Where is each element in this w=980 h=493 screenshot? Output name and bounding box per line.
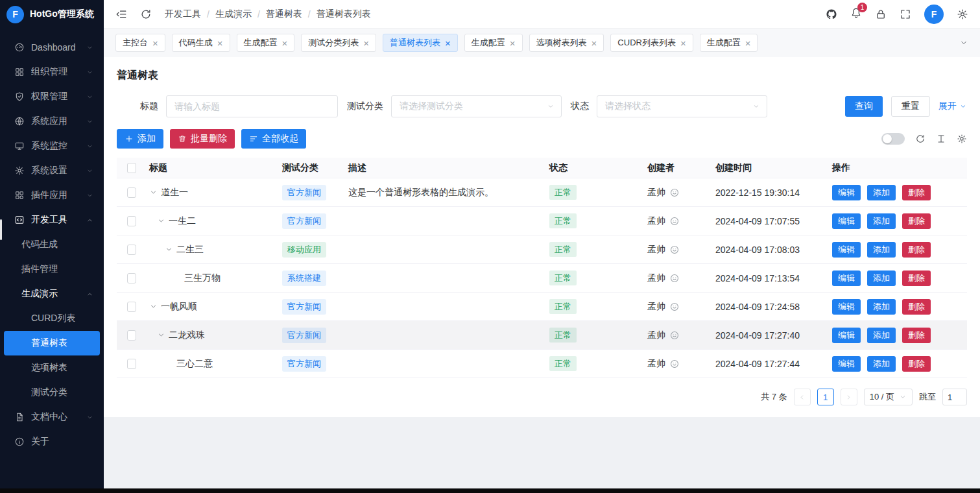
striped-toggle[interactable] [881,133,905,145]
row-checkbox[interactable] [127,245,136,255]
add-row-button[interactable]: 添加 [867,213,896,229]
creator-info-icon[interactable] [669,302,680,312]
table-reload-icon[interactable] [915,134,926,144]
page-refresh-icon[interactable] [140,8,152,20]
sidebar-collapse-icon[interactable] [115,8,127,20]
delete-button[interactable]: 删除 [902,356,931,372]
tab[interactable]: 主控台× [115,34,165,52]
breadcrumb-item[interactable]: 普通树表 [266,8,302,20]
tabbar-menu-chevron-icon[interactable] [959,38,968,47]
notification-bell[interactable]: 1 [850,7,862,21]
edit-button[interactable]: 编辑 [832,242,861,258]
sidebar-item[interactable]: 系统设置 [4,158,100,183]
creator-info-icon[interactable] [669,187,680,198]
tab[interactable]: 选项树表列表× [529,34,604,52]
sidebar-item[interactable]: 普通树表 [4,331,100,355]
add-row-button[interactable]: 添加 [867,242,896,258]
creator-info-icon[interactable] [669,359,680,369]
delete-button[interactable]: 删除 [902,299,931,315]
add-row-button[interactable]: 添加 [867,271,896,286]
edit-button[interactable]: 编辑 [832,299,861,315]
settings-gear-icon[interactable] [957,8,968,20]
expand-chevron-icon[interactable] [149,302,158,311]
status-select[interactable]: 请选择状态 [597,95,767,117]
breadcrumb-item[interactable]: 普通树表列表 [317,8,371,20]
pagination-prev-button[interactable] [794,389,811,405]
reset-button[interactable]: 重置 [891,96,930,117]
edit-button[interactable]: 编辑 [832,271,861,286]
sidebar-item[interactable]: 代码生成 [4,232,100,257]
sidebar-item[interactable]: 组织管理 [4,60,100,84]
tab[interactable]: 测试分类列表× [301,34,376,52]
tab[interactable]: CUDR列表列表× [610,34,693,52]
sidebar-item[interactable]: 生成演示 [4,282,100,306]
breadcrumb-item[interactable]: 生成演示 [215,8,252,20]
sidebar-item[interactable]: 开发工具 [4,208,100,232]
row-checkbox[interactable] [127,216,136,226]
sidebar-item[interactable]: 系统监控 [4,134,100,158]
creator-info-icon[interactable] [669,245,680,255]
creator-info-icon[interactable] [669,273,680,283]
select-all-checkbox[interactable] [127,163,136,173]
sidebar-item[interactable]: 插件管理 [4,257,100,282]
creator-info-icon[interactable] [669,216,680,226]
row-checkbox[interactable] [127,302,136,312]
edit-button[interactable]: 编辑 [832,213,861,229]
row-checkbox[interactable] [127,273,136,283]
pagination-page-button[interactable]: 1 [817,389,834,405]
lock-screen-icon[interactable] [875,8,887,20]
tab-close-icon[interactable]: × [592,38,597,48]
sidebar-scrollbar[interactable] [0,219,2,240]
app-logo[interactable]: F HotGo管理系统 [0,0,104,29]
breadcrumb-item[interactable]: 开发工具 [165,8,201,20]
edit-button[interactable]: 编辑 [832,185,861,200]
expand-chevron-icon[interactable] [157,217,165,225]
page-size-select[interactable]: 10 / 页 [864,389,913,405]
sidebar-item[interactable]: 插件应用 [4,183,100,208]
fullscreen-icon[interactable] [900,8,911,20]
add-row-button[interactable]: 添加 [867,328,896,343]
delete-button[interactable]: 删除 [902,328,931,343]
tab-close-icon[interactable]: × [510,38,516,48]
row-checkbox[interactable] [127,330,136,341]
title-search-input[interactable] [166,95,338,117]
column-settings-icon[interactable] [957,134,967,144]
expand-filters-link[interactable]: 展开 [938,101,967,112]
tab-close-icon[interactable]: × [217,38,223,48]
user-avatar[interactable]: F [924,5,944,24]
tab-close-icon[interactable]: × [363,38,369,48]
add-row-button[interactable]: 添加 [867,299,896,315]
github-icon[interactable] [826,8,837,20]
collapse-all-button[interactable]: 全部收起 [241,129,306,149]
tab-close-icon[interactable]: × [680,38,686,48]
sidebar-item[interactable]: 关于 [4,429,100,454]
add-row-button[interactable]: 添加 [867,185,896,200]
tab-close-icon[interactable]: × [745,38,751,48]
jump-page-input[interactable] [942,389,967,405]
pagination-next-button[interactable] [841,389,857,405]
sidebar-item[interactable]: 选项树表 [4,355,100,380]
sidebar-item[interactable]: Dashboard [4,35,100,60]
table-density-icon[interactable] [936,134,946,144]
delete-button[interactable]: 删除 [902,271,931,286]
edit-button[interactable]: 编辑 [832,328,861,343]
row-checkbox[interactable] [127,187,136,198]
tab[interactable]: 生成配置× [700,34,758,52]
delete-button[interactable]: 删除 [902,242,931,258]
add-button[interactable]: 添加 [117,129,163,149]
sidebar-item[interactable]: CURD列表 [4,306,100,331]
expand-chevron-icon[interactable] [149,188,158,197]
edit-button[interactable]: 编辑 [832,356,861,372]
sidebar-item[interactable]: 文档中心 [4,405,100,429]
delete-button[interactable]: 删除 [902,213,931,229]
row-checkbox[interactable] [127,359,136,369]
tab-close-icon[interactable]: × [282,38,288,48]
test-category-select[interactable]: 请选择测试分类 [391,95,562,117]
tab[interactable]: 普通树表列表× [383,34,458,52]
batch-delete-button[interactable]: 批量删除 [170,129,235,149]
sidebar-item[interactable]: 权限管理 [4,84,100,109]
tab[interactable]: 代码生成× [172,34,230,52]
add-row-button[interactable]: 添加 [867,356,896,372]
tab[interactable]: 生成配置× [237,34,295,52]
sidebar-item[interactable]: 测试分类 [4,380,100,405]
